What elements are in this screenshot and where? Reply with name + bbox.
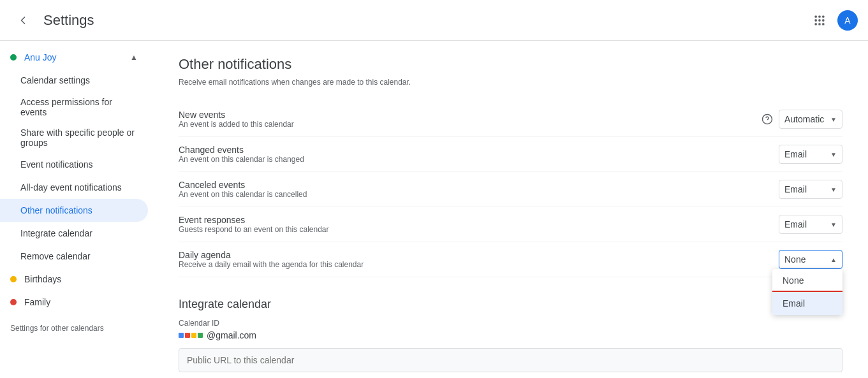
sidebar-item-remove-calendar[interactable]: Remove calendar [0, 245, 148, 268]
integrate-calendar-title: Integrate calendar [179, 298, 842, 311]
new-events-text: New events An event is added to this cal… [179, 110, 756, 129]
calendar-id-label: Calendar ID [179, 319, 842, 328]
sidebar-item-birthdays[interactable]: Birthdays [0, 268, 148, 291]
event-responses-row: Event responses Guests respond to an eve… [179, 207, 842, 242]
new-events-row: New events An event is added to this cal… [179, 102, 842, 137]
daily-agenda-row: Daily agenda Receive a daily email with … [179, 242, 842, 277]
grid-icon-button[interactable] [807, 8, 832, 33]
calendar-icon [179, 333, 203, 338]
user-dot [10, 54, 17, 61]
sidebar-item-integrate-calendar[interactable]: Integrate calendar [0, 222, 148, 245]
daily-agenda-dropdown-wrapper: None ▲ None Email [779, 250, 842, 269]
main-layout: Anu Joy ▲ Calendar settings Access permi… [0, 41, 868, 378]
sidebar-item-calendar-settings[interactable]: Calendar settings [0, 69, 148, 92]
changed-events-text: Changed events An event on this calendar… [179, 145, 774, 164]
chevron-up-icon: ▲ [130, 53, 138, 62]
new-events-sublabel: An event is added to this calendar [179, 120, 756, 129]
event-responses-dropdown[interactable]: Email ▼ [779, 215, 842, 234]
svg-rect-2 [822, 15, 824, 17]
changed-events-dropdown-arrow: ▼ [830, 151, 837, 158]
daily-agenda-label: Daily agenda [179, 250, 774, 260]
svg-rect-1 [818, 15, 820, 17]
svg-rect-3 [815, 19, 817, 21]
svg-rect-0 [815, 15, 817, 17]
new-events-help-icon[interactable] [761, 113, 774, 126]
svg-rect-7 [818, 23, 820, 25]
new-events-label: New events [179, 110, 756, 120]
sidebar: Anu Joy ▲ Calendar settings Access permi… [0, 41, 153, 378]
daily-agenda-dropdown-arrow: ▲ [830, 256, 837, 263]
event-responses-label: Event responses [179, 215, 774, 225]
birthdays-dot [10, 276, 17, 282]
svg-rect-5 [822, 19, 824, 21]
new-events-dropdown-wrapper: Automatic ▼ [779, 110, 842, 129]
sidebar-item-share-people[interactable]: Share with specific people or groups [0, 122, 148, 153]
section-title: Other notifications [179, 56, 842, 73]
top-bar-right: A [807, 8, 858, 33]
family-dot [10, 299, 17, 305]
integrate-calendar-section: Integrate calendar Calendar ID @gmail.co… [179, 298, 842, 372]
new-events-dropdown[interactable]: Automatic ▼ [779, 110, 842, 129]
daily-agenda-dropdown-menu: None Email [772, 269, 842, 315]
dropdown-option-none[interactable]: None [772, 269, 842, 292]
event-responses-text: Event responses Guests respond to an eve… [179, 215, 774, 234]
changed-events-sublabel: An event on this calendar is changed [179, 155, 774, 164]
event-responses-dropdown-arrow: ▼ [830, 221, 837, 228]
canceled-events-sublabel: An event on this calendar is cancelled [179, 190, 774, 199]
changed-events-row: Changed events An event on this calendar… [179, 137, 842, 172]
sidebar-user-name: Anu Joy [24, 52, 57, 62]
settings-other-calendars-label: Settings for other calendars [0, 314, 153, 338]
sidebar-user-item[interactable]: Anu Joy ▲ [0, 46, 148, 69]
canceled-events-text: Canceled events An event on this calenda… [179, 180, 774, 199]
calendar-id-text: @gmail.com [207, 330, 256, 340]
svg-rect-6 [815, 23, 817, 25]
changed-events-dropdown-wrapper: Email ▼ [779, 145, 842, 164]
daily-agenda-text: Daily agenda Receive a daily email with … [179, 250, 774, 269]
content-area: Other notifications Receive email notifi… [153, 41, 868, 378]
sidebar-item-access-permissions[interactable]: Access permissions for events [0, 92, 148, 122]
calendar-id-value: @gmail.com [179, 330, 842, 340]
changed-events-label: Changed events [179, 145, 774, 155]
top-bar: Settings A [0, 0, 868, 41]
sidebar-item-event-notifications[interactable]: Event notifications [0, 153, 148, 176]
canceled-events-label: Canceled events [179, 180, 774, 190]
canceled-events-dropdown-wrapper: Email ▼ [779, 180, 842, 199]
dropdown-option-email[interactable]: Email [772, 292, 842, 315]
event-responses-dropdown-wrapper: Email ▼ [779, 215, 842, 234]
sidebar-item-other-notifications[interactable]: Other notifications [0, 199, 148, 222]
new-events-dropdown-arrow: ▼ [830, 116, 837, 123]
sidebar-item-family[interactable]: Family [0, 291, 148, 314]
event-responses-sublabel: Guests respond to an event on this calen… [179, 225, 774, 234]
page-title: Settings [43, 12, 94, 29]
sidebar-item-allday-notifications[interactable]: All-day event notifications [0, 176, 148, 199]
public-url-input[interactable] [179, 348, 842, 372]
daily-agenda-sublabel: Receive a daily email with the agenda fo… [179, 260, 774, 269]
svg-rect-4 [818, 19, 820, 21]
top-bar-left: Settings [10, 8, 94, 33]
canceled-events-dropdown-arrow: ▼ [830, 186, 837, 193]
changed-events-dropdown[interactable]: Email ▼ [779, 145, 842, 164]
avatar[interactable]: A [837, 10, 858, 31]
canceled-events-row: Canceled events An event on this calenda… [179, 172, 842, 207]
section-description: Receive email notifications when changes… [179, 78, 842, 87]
svg-rect-8 [822, 23, 824, 25]
back-button[interactable] [10, 8, 36, 33]
canceled-events-dropdown[interactable]: Email ▼ [779, 180, 842, 199]
daily-agenda-dropdown[interactable]: None ▲ [779, 250, 842, 269]
